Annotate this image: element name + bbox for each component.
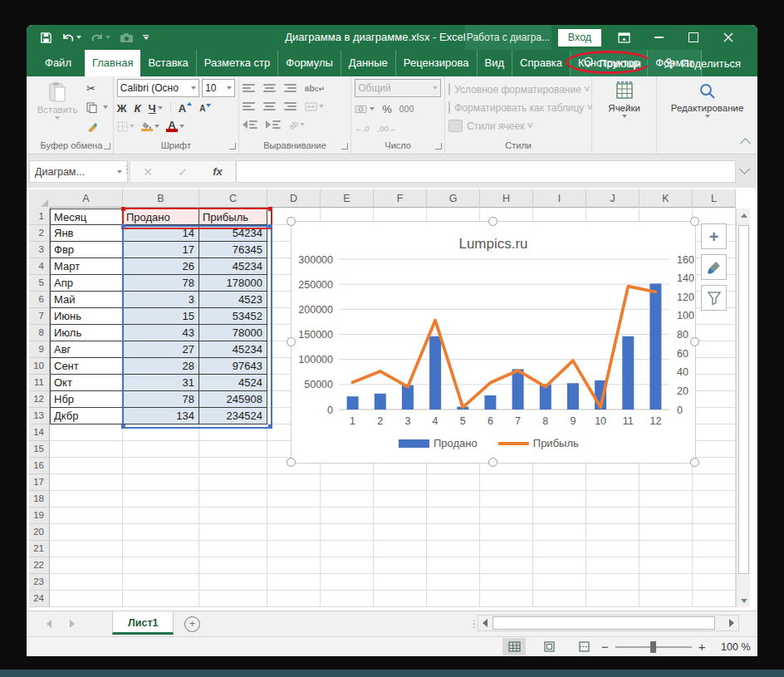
cell-C4[interactable]: 45234 (199, 258, 267, 275)
underline-button[interactable]: Ч (149, 102, 163, 115)
scroll-down-icon[interactable] (737, 594, 750, 607)
bold-button[interactable]: Ж (117, 102, 127, 115)
column-header-L[interactable]: L (693, 189, 736, 208)
customize-quick-access-icon[interactable] (143, 35, 149, 41)
row-header-9[interactable]: 9 (29, 341, 50, 358)
cell-B11[interactable]: 31 (123, 375, 199, 391)
styles-item-1[interactable]: Форматировать как таблицу ˅ (448, 100, 588, 115)
cell-A2[interactable]: Янв (50, 225, 123, 242)
column-header-D[interactable]: D (267, 189, 321, 208)
orientation-button[interactable]: ab (289, 120, 305, 130)
sheet-tab-list1[interactable]: Лист1 (112, 611, 174, 635)
share-button[interactable]: Поделиться (664, 50, 741, 76)
column-header-K[interactable]: K (639, 189, 693, 208)
borders-button[interactable] (117, 121, 135, 132)
tab-Данные[interactable]: Данные (341, 50, 396, 76)
zoom-out-button[interactable]: − (601, 640, 609, 654)
normal-view-button[interactable] (502, 638, 526, 655)
cell-C7[interactable]: 53452 (199, 308, 267, 325)
column-header-A[interactable]: A (50, 189, 123, 208)
cell-A12[interactable]: Нбр (50, 391, 123, 408)
scroll-right-icon[interactable] (725, 616, 738, 630)
previous-sheet-icon[interactable] (47, 620, 51, 628)
number-dialog-launcher[interactable] (435, 143, 442, 150)
row-header-18[interactable]: 18 (29, 491, 50, 508)
cell-C6[interactable]: 4523 (199, 292, 267, 308)
insert-function-icon[interactable]: fx (213, 165, 223, 178)
cell-B3[interactable]: 17 (123, 242, 199, 258)
shrink-font-button[interactable]: А (199, 104, 211, 113)
align-right-button[interactable] (284, 102, 296, 110)
column-header-I[interactable]: I (533, 189, 586, 208)
column-header-G[interactable]: G (427, 189, 480, 208)
paste-button[interactable]: Вставить (33, 79, 81, 140)
save-icon[interactable] (40, 32, 52, 44)
row-header-20[interactable]: 20 (29, 524, 50, 541)
cell-B1[interactable]: Продано (123, 208, 199, 225)
cell-A1[interactable]: Месяц (50, 208, 123, 225)
row-header-3[interactable]: 3 (29, 242, 50, 258)
column-header-E[interactable]: E (321, 189, 374, 208)
cell-A3[interactable]: Фвр (50, 242, 123, 258)
tab-Разметка стр[interactable]: Разметка стр (197, 50, 278, 76)
cell-A10[interactable]: Сент (50, 358, 123, 375)
tab-Вид[interactable]: Вид (478, 50, 513, 76)
zoom-slider[interactable] (615, 646, 692, 648)
chart-resize-handle[interactable] (690, 337, 699, 346)
cell-B7[interactable]: 15 (123, 308, 199, 325)
column-header-J[interactable]: J (586, 189, 639, 208)
cell-A5[interactable]: Апр (50, 275, 123, 292)
column-header-B[interactable]: B (123, 189, 199, 208)
row-header-7[interactable]: 7 (29, 308, 50, 325)
chart-resize-handle[interactable] (488, 458, 497, 467)
row-header-10[interactable]: 10 (29, 358, 50, 375)
cell-C13[interactable]: 234524 (199, 408, 267, 424)
new-sheet-icon[interactable]: + (184, 616, 200, 632)
range-handle[interactable] (121, 424, 125, 429)
styles-item-0[interactable]: Условное форматирование ˅ (448, 81, 588, 97)
chart-filters-button[interactable] (701, 285, 727, 311)
chart-resize-handle[interactable] (488, 217, 497, 226)
embedded-chart[interactable]: 0500001000001500002000002500003000000204… (291, 221, 696, 464)
camera-icon[interactable] (120, 32, 134, 43)
tab-Файл[interactable]: Файл (33, 50, 83, 76)
cell-B9[interactable]: 27 (123, 341, 199, 358)
page-break-view-button[interactable] (572, 638, 595, 655)
increase-decimal-button[interactable]: ←,0 (355, 124, 369, 133)
align-center-button[interactable] (263, 102, 276, 110)
cell-C10[interactable]: 97643 (199, 358, 267, 375)
tell-me-help[interactable]: Помощн (583, 50, 641, 76)
cell-B6[interactable]: 3 (123, 292, 199, 308)
chart-elements-button[interactable]: + (701, 223, 727, 249)
cancel-icon[interactable]: ✕ (143, 165, 153, 179)
cell-A9[interactable]: Авг (50, 341, 123, 358)
styles-item-2[interactable]: Стили ячеек ˅ (448, 118, 588, 134)
row-header-12[interactable]: 12 (29, 391, 50, 408)
row-header-13[interactable]: 13 (29, 408, 50, 424)
cut-button[interactable]: ✂ (86, 81, 108, 96)
horizontal-scrollbar[interactable] (478, 615, 739, 631)
cell-A8[interactable]: Июль (50, 325, 123, 341)
row-header-21[interactable]: 21 (29, 541, 50, 557)
grow-font-button[interactable]: А (179, 102, 192, 115)
cells-menu-button[interactable]: Ячейки (600, 79, 649, 140)
close-button[interactable] (719, 25, 737, 50)
fill-color-button[interactable] (141, 121, 159, 132)
editing-menu-button[interactable]: Редактирование (662, 79, 753, 140)
page-layout-view-button[interactable] (537, 638, 561, 655)
row-header-5[interactable]: 5 (29, 275, 50, 292)
tab-Вставка[interactable]: Вставка (140, 50, 196, 76)
align-left-button[interactable] (243, 102, 255, 110)
cell-A13[interactable]: Дкбр (50, 408, 123, 424)
font-color-button[interactable]: А (166, 120, 184, 132)
range-handle[interactable] (121, 224, 125, 228)
cell-C12[interactable]: 245908 (199, 391, 267, 408)
row-header-22[interactable]: 22 (29, 557, 50, 574)
row-header-24[interactable]: 24 (29, 591, 50, 607)
range-handle[interactable] (268, 424, 272, 429)
decrease-decimal-button[interactable]: ,00→ (378, 124, 397, 133)
chart-resize-handle[interactable] (690, 458, 699, 467)
merge-center-button[interactable] (305, 102, 324, 111)
alignment-dialog-launcher[interactable] (341, 143, 348, 150)
cell-A11[interactable]: Окт (50, 375, 123, 391)
